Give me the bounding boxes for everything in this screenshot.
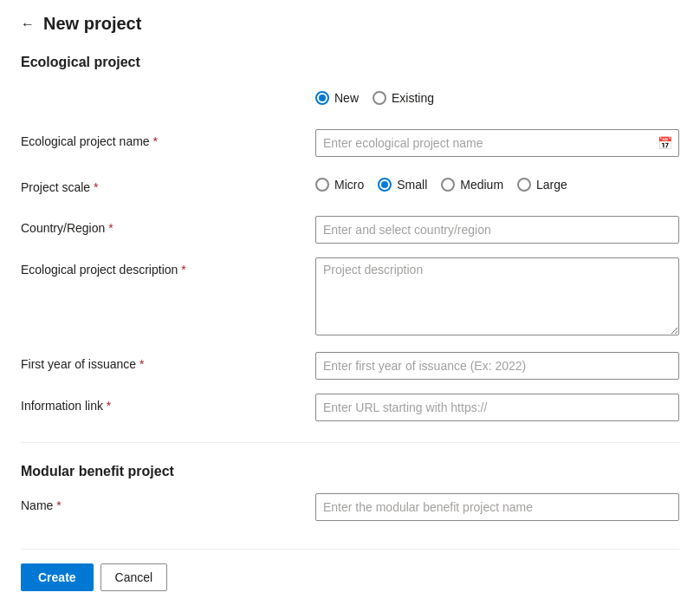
ecological-project-title: Ecological project <box>21 55 679 70</box>
ecological-project-name-input[interactable] <box>315 129 679 157</box>
required-star: * <box>107 399 111 413</box>
radio-option-new[interactable]: New <box>315 91 359 105</box>
radio-existing[interactable] <box>373 91 386 105</box>
cancel-button[interactable]: Cancel <box>100 563 168 591</box>
radio-small-label[interactable]: Small <box>397 178 427 192</box>
radio-option-medium[interactable]: Medium <box>441 178 503 192</box>
radio-option-small[interactable]: Small <box>378 178 427 192</box>
radio-large[interactable] <box>517 178 531 192</box>
country-region-label: Country/Region * <box>21 216 315 235</box>
radio-small[interactable] <box>378 178 392 192</box>
page-container: ← New project Ecological project New Exi… <box>0 0 700 599</box>
radio-option-micro[interactable]: Micro <box>315 178 364 192</box>
mbp-name-input[interactable] <box>315 493 679 521</box>
information-link-input[interactable] <box>315 394 679 421</box>
information-link-label: Information link * <box>21 394 315 413</box>
radio-option-large[interactable]: Large <box>517 178 567 192</box>
new-existing-label-spacer <box>21 95 315 101</box>
required-star: * <box>94 180 98 194</box>
description-row: Ecological project description * <box>21 257 679 338</box>
required-star: * <box>139 357 144 371</box>
new-existing-row: New Existing <box>21 84 679 112</box>
radio-option-existing[interactable]: Existing <box>373 91 434 105</box>
description-control <box>315 257 679 338</box>
first-year-row: First year of issuance * <box>21 352 679 380</box>
country-region-row: Country/Region * <box>21 216 679 244</box>
project-scale-row: Project scale * Micro Small Medium <box>21 171 679 199</box>
ecological-project-name-row: Ecological project name * 📅 <box>21 129 679 157</box>
radio-new-label[interactable]: New <box>334 91 359 105</box>
page-header: ← New project <box>21 14 679 34</box>
required-star: * <box>153 134 158 148</box>
project-scale-radio-group: Micro Small Medium Large <box>315 178 679 192</box>
first-year-input[interactable] <box>315 352 679 380</box>
required-star: * <box>181 263 185 277</box>
first-year-control <box>315 352 679 380</box>
button-row: Create Cancel <box>21 549 679 591</box>
required-star: * <box>56 498 61 512</box>
radio-existing-label[interactable]: Existing <box>392 91 434 105</box>
calendar-icon: 📅 <box>658 136 672 150</box>
mbp-name-row: Name * <box>21 493 679 521</box>
modular-benefit-title: Modular benefit project <box>21 464 679 479</box>
project-scale-control: Micro Small Medium Large <box>315 178 679 192</box>
radio-large-label[interactable]: Large <box>536 178 567 192</box>
radio-micro-label[interactable]: Micro <box>334 178 364 192</box>
information-link-control <box>315 394 679 421</box>
modular-benefit-section: Modular benefit project Name * <box>21 464 679 521</box>
country-region-control <box>315 216 679 244</box>
project-scale-label: Project scale * <box>21 175 315 194</box>
page-title: New project <box>43 14 141 34</box>
section-divider <box>21 442 679 443</box>
radio-medium[interactable] <box>441 178 455 192</box>
create-button[interactable]: Create <box>21 563 94 591</box>
radio-micro[interactable] <box>315 178 329 192</box>
radio-new[interactable] <box>315 91 329 105</box>
first-year-label: First year of issuance * <box>21 352 315 371</box>
mbp-name-control <box>315 493 679 521</box>
ecological-project-name-label: Ecological project name * <box>21 129 315 148</box>
new-existing-radio-group: New Existing <box>315 91 679 105</box>
back-icon[interactable]: ← <box>21 17 35 31</box>
required-star: * <box>108 221 113 235</box>
ecological-project-section: Ecological project New Existing <box>21 55 679 421</box>
new-existing-control: New Existing <box>315 91 679 105</box>
mbp-name-label: Name * <box>21 493 315 512</box>
country-region-input[interactable] <box>315 216 679 244</box>
ecological-project-name-control: 📅 <box>315 129 679 157</box>
information-link-row: Information link * <box>21 394 679 421</box>
description-textarea[interactable] <box>315 257 679 335</box>
radio-medium-label[interactable]: Medium <box>460 178 503 192</box>
description-label: Ecological project description * <box>21 257 315 277</box>
